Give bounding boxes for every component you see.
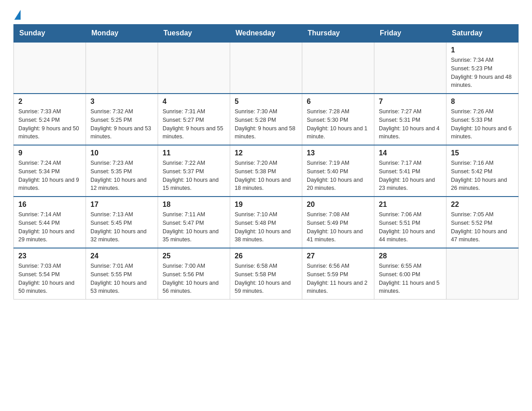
day-info: Sunrise: 7:32 AM Sunset: 5:25 PM Dayligh… bbox=[90, 107, 153, 141]
calendar-cell bbox=[14, 42, 86, 94]
calendar-cell: 21Sunrise: 7:06 AM Sunset: 5:51 PM Dayli… bbox=[374, 197, 446, 248]
day-number: 11 bbox=[163, 149, 225, 157]
calendar-cell bbox=[230, 42, 302, 94]
day-of-week-header: Friday bbox=[374, 25, 446, 43]
calendar-cell: 18Sunrise: 7:11 AM Sunset: 5:47 PM Dayli… bbox=[158, 197, 230, 248]
day-info: Sunrise: 7:05 AM Sunset: 5:52 PM Dayligh… bbox=[451, 210, 514, 244]
day-number: 10 bbox=[90, 149, 153, 157]
day-of-week-header: Tuesday bbox=[158, 25, 230, 43]
calendar-cell: 5Sunrise: 7:30 AM Sunset: 5:28 PM Daylig… bbox=[230, 94, 302, 145]
calendar-cell bbox=[86, 42, 158, 94]
day-info: Sunrise: 7:10 AM Sunset: 5:48 PM Dayligh… bbox=[235, 210, 297, 244]
day-number: 14 bbox=[379, 149, 442, 157]
day-info: Sunrise: 7:34 AM Sunset: 5:23 PM Dayligh… bbox=[451, 56, 514, 90]
day-info: Sunrise: 7:11 AM Sunset: 5:47 PM Dayligh… bbox=[163, 210, 225, 244]
day-number: 27 bbox=[307, 252, 369, 260]
page-header bbox=[13, 9, 519, 20]
day-number: 20 bbox=[307, 201, 369, 209]
day-number: 21 bbox=[379, 201, 442, 209]
day-number: 26 bbox=[235, 252, 297, 260]
day-info: Sunrise: 6:55 AM Sunset: 6:00 PM Dayligh… bbox=[379, 262, 442, 295]
day-number: 3 bbox=[90, 98, 153, 106]
day-number: 18 bbox=[163, 201, 225, 209]
day-of-week-header: Wednesday bbox=[230, 25, 302, 43]
day-info: Sunrise: 7:30 AM Sunset: 5:28 PM Dayligh… bbox=[235, 107, 297, 141]
day-of-week-header: Saturday bbox=[446, 25, 519, 43]
calendar-cell: 4Sunrise: 7:31 AM Sunset: 5:27 PM Daylig… bbox=[158, 94, 230, 145]
day-number: 28 bbox=[379, 252, 442, 260]
day-of-week-header: Thursday bbox=[302, 25, 374, 43]
calendar-cell: 23Sunrise: 7:03 AM Sunset: 5:54 PM Dayli… bbox=[14, 248, 86, 300]
day-info: Sunrise: 7:23 AM Sunset: 5:35 PM Dayligh… bbox=[90, 159, 153, 193]
calendar-cell: 24Sunrise: 7:01 AM Sunset: 5:55 PM Dayli… bbox=[86, 248, 158, 300]
calendar-cell: 20Sunrise: 7:08 AM Sunset: 5:49 PM Dayli… bbox=[302, 197, 374, 248]
day-info: Sunrise: 7:13 AM Sunset: 5:45 PM Dayligh… bbox=[90, 210, 153, 244]
day-number: 17 bbox=[90, 201, 153, 209]
day-number: 4 bbox=[163, 98, 225, 106]
calendar-cell: 9Sunrise: 7:24 AM Sunset: 5:34 PM Daylig… bbox=[14, 145, 86, 197]
calendar-cell: 17Sunrise: 7:13 AM Sunset: 5:45 PM Dayli… bbox=[86, 197, 158, 248]
calendar-week-row: 9Sunrise: 7:24 AM Sunset: 5:34 PM Daylig… bbox=[14, 145, 519, 197]
calendar-cell: 6Sunrise: 7:28 AM Sunset: 5:30 PM Daylig… bbox=[302, 94, 374, 145]
day-number: 8 bbox=[451, 98, 514, 106]
day-info: Sunrise: 7:06 AM Sunset: 5:51 PM Dayligh… bbox=[379, 210, 442, 244]
day-number: 5 bbox=[235, 98, 297, 106]
day-number: 19 bbox=[235, 201, 297, 209]
calendar-cell: 25Sunrise: 7:00 AM Sunset: 5:56 PM Dayli… bbox=[158, 248, 230, 300]
calendar-cell bbox=[158, 42, 230, 94]
day-info: Sunrise: 7:17 AM Sunset: 5:41 PM Dayligh… bbox=[379, 159, 442, 193]
calendar-cell: 16Sunrise: 7:14 AM Sunset: 5:44 PM Dayli… bbox=[14, 197, 86, 248]
logo-triangle-icon bbox=[14, 10, 21, 20]
day-info: Sunrise: 7:03 AM Sunset: 5:54 PM Dayligh… bbox=[18, 262, 81, 295]
calendar-cell bbox=[302, 42, 374, 94]
day-number: 23 bbox=[18, 252, 81, 260]
day-info: Sunrise: 6:56 AM Sunset: 5:59 PM Dayligh… bbox=[307, 262, 369, 295]
day-number: 12 bbox=[235, 149, 297, 157]
day-info: Sunrise: 6:58 AM Sunset: 5:58 PM Dayligh… bbox=[235, 262, 297, 295]
day-number: 9 bbox=[18, 149, 81, 157]
calendar-cell: 28Sunrise: 6:55 AM Sunset: 6:00 PM Dayli… bbox=[374, 248, 446, 300]
day-info: Sunrise: 7:28 AM Sunset: 5:30 PM Dayligh… bbox=[307, 107, 369, 141]
day-info: Sunrise: 7:16 AM Sunset: 5:42 PM Dayligh… bbox=[451, 159, 514, 193]
day-number: 22 bbox=[451, 201, 514, 209]
calendar-cell: 7Sunrise: 7:27 AM Sunset: 5:31 PM Daylig… bbox=[374, 94, 446, 145]
day-info: Sunrise: 7:14 AM Sunset: 5:44 PM Dayligh… bbox=[18, 210, 81, 244]
day-number: 2 bbox=[18, 98, 81, 106]
day-info: Sunrise: 7:19 AM Sunset: 5:40 PM Dayligh… bbox=[307, 159, 369, 193]
calendar-cell: 8Sunrise: 7:26 AM Sunset: 5:33 PM Daylig… bbox=[446, 94, 519, 145]
day-number: 6 bbox=[307, 98, 369, 106]
calendar-cell: 19Sunrise: 7:10 AM Sunset: 5:48 PM Dayli… bbox=[230, 197, 302, 248]
day-number: 25 bbox=[163, 252, 225, 260]
day-info: Sunrise: 7:20 AM Sunset: 5:38 PM Dayligh… bbox=[235, 159, 297, 193]
calendar-cell bbox=[446, 248, 519, 300]
calendar-cell: 15Sunrise: 7:16 AM Sunset: 5:42 PM Dayli… bbox=[446, 145, 519, 197]
day-number: 7 bbox=[379, 98, 442, 106]
calendar-cell: 1Sunrise: 7:34 AM Sunset: 5:23 PM Daylig… bbox=[446, 42, 519, 94]
day-info: Sunrise: 7:08 AM Sunset: 5:49 PM Dayligh… bbox=[307, 210, 369, 244]
day-of-week-header: Sunday bbox=[14, 25, 86, 43]
day-info: Sunrise: 7:24 AM Sunset: 5:34 PM Dayligh… bbox=[18, 159, 81, 193]
calendar-week-row: 1Sunrise: 7:34 AM Sunset: 5:23 PM Daylig… bbox=[14, 42, 519, 94]
calendar-cell bbox=[374, 42, 446, 94]
day-info: Sunrise: 7:31 AM Sunset: 5:27 PM Dayligh… bbox=[163, 107, 225, 141]
logo bbox=[13, 9, 21, 20]
day-number: 13 bbox=[307, 149, 369, 157]
calendar-week-row: 23Sunrise: 7:03 AM Sunset: 5:54 PM Dayli… bbox=[14, 248, 519, 300]
calendar-cell: 27Sunrise: 6:56 AM Sunset: 5:59 PM Dayli… bbox=[302, 248, 374, 300]
day-number: 24 bbox=[90, 252, 153, 260]
day-info: Sunrise: 7:22 AM Sunset: 5:37 PM Dayligh… bbox=[163, 159, 225, 193]
calendar-table: SundayMondayTuesdayWednesdayThursdayFrid… bbox=[13, 24, 519, 300]
calendar-cell: 14Sunrise: 7:17 AM Sunset: 5:41 PM Dayli… bbox=[374, 145, 446, 197]
calendar-cell: 2Sunrise: 7:33 AM Sunset: 5:24 PM Daylig… bbox=[14, 94, 86, 145]
calendar-week-row: 2Sunrise: 7:33 AM Sunset: 5:24 PM Daylig… bbox=[14, 94, 519, 145]
calendar-cell: 22Sunrise: 7:05 AM Sunset: 5:52 PM Dayli… bbox=[446, 197, 519, 248]
day-number: 15 bbox=[451, 149, 514, 157]
day-number: 16 bbox=[18, 201, 81, 209]
calendar-header-row: SundayMondayTuesdayWednesdayThursdayFrid… bbox=[14, 25, 519, 43]
calendar-cell: 12Sunrise: 7:20 AM Sunset: 5:38 PM Dayli… bbox=[230, 145, 302, 197]
day-info: Sunrise: 7:00 AM Sunset: 5:56 PM Dayligh… bbox=[163, 262, 225, 295]
day-of-week-header: Monday bbox=[86, 25, 158, 43]
calendar-cell: 11Sunrise: 7:22 AM Sunset: 5:37 PM Dayli… bbox=[158, 145, 230, 197]
calendar-week-row: 16Sunrise: 7:14 AM Sunset: 5:44 PM Dayli… bbox=[14, 197, 519, 248]
day-info: Sunrise: 7:33 AM Sunset: 5:24 PM Dayligh… bbox=[18, 107, 81, 141]
